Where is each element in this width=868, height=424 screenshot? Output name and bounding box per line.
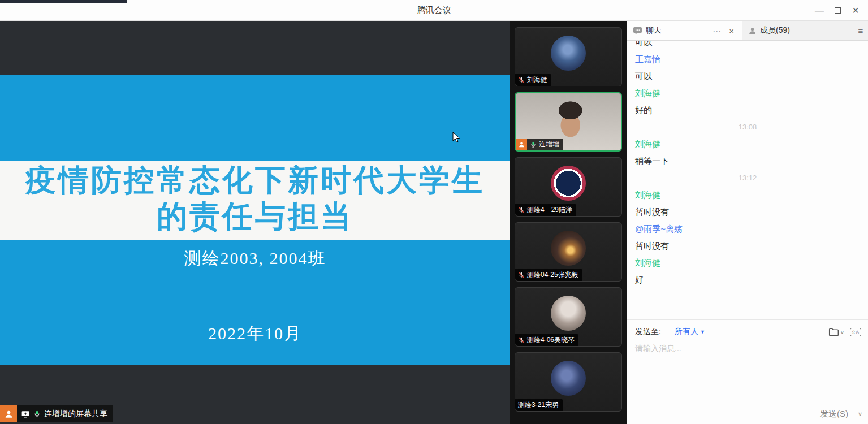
close-button[interactable]: × (847, 2, 865, 19)
divider (853, 410, 853, 419)
send-to-value: 所有人 (675, 327, 698, 337)
participant-name: 测绘04-25张兆毅 (527, 270, 578, 280)
minimize-icon: — (815, 6, 824, 16)
tab-members-label: 成员(59) (760, 25, 790, 36)
close-icon: × (852, 4, 859, 17)
message-input[interactable]: 请输入消息... (627, 337, 868, 361)
title-bar: 腾讯会议 — × (0, 0, 868, 21)
close-icon: × (729, 26, 734, 36)
more-icon: ··· (712, 26, 721, 36)
chevron-down-icon: ∨ (858, 410, 862, 417)
mic-muted-icon (518, 271, 525, 279)
slide-top-band (0, 75, 510, 161)
mic-muted-icon (518, 76, 525, 84)
participant-strip: 刘海健 连增增 (510, 21, 627, 424)
main-area: 疫情防控常态化下新时代大学生 的责任与担当 测绘2003, 2004班 2022… (0, 21, 868, 424)
chat-message: 好 (635, 271, 868, 288)
screen-share-icon (21, 410, 30, 418)
chat-close-button[interactable]: × (727, 26, 736, 36)
participant-name: 测绘4—29陆洋 (527, 205, 572, 215)
window-title: 腾讯会议 (0, 5, 868, 16)
slide-subtitle: 测绘2003, 2004班 (0, 240, 510, 270)
shared-screen-area: 疫情防控常态化下新时代大学生 的责任与担当 测绘2003, 2004班 2022… (0, 21, 510, 424)
avatar (551, 361, 586, 396)
chat-message: 好的 (635, 102, 868, 119)
chat-composer: 发送至: 所有人 ▼ ∨ 公告 请输入消息... 发送(S (627, 319, 868, 424)
chat-message: 可以 (635, 41, 868, 51)
avatar (551, 36, 586, 71)
sidebar-tab-bar: 聊天 ··· × 成员(59) ≡ (627, 21, 868, 41)
participant-name: 刘海健 (527, 75, 547, 85)
host-badge-icon (516, 139, 527, 150)
tab-members[interactable]: 成员(59) (742, 21, 853, 40)
slide-title-line1: 疫情防控常态化下新时代大学生 (0, 162, 510, 198)
mic-on-icon (530, 141, 537, 148)
chat-sender-name[interactable]: 刘海健 (635, 85, 868, 102)
chat-sender-name[interactable]: 刘海健 (635, 136, 868, 153)
participant-tile[interactable]: 测绘3-21宋勇 (515, 352, 622, 412)
chat-timestamp: 13:08 (635, 119, 868, 136)
participant-tile-speaking[interactable]: 连增增 (515, 92, 622, 152)
announcement-button[interactable]: 公告 (850, 328, 861, 336)
background-window-edge (0, 0, 127, 3)
member-icon (748, 27, 757, 35)
panel-menu-button[interactable]: ≡ (853, 21, 868, 40)
mic-on-icon (33, 410, 41, 418)
chat-message: 稍等一下 (635, 153, 868, 170)
chat-sender-name[interactable]: 刘海健 (635, 254, 868, 271)
chat-sender-name[interactable]: 王嘉怡 (635, 51, 868, 68)
screen-share-pill: 连增增的屏幕共享 (17, 405, 113, 422)
slide-bottom-band: 测绘2003, 2004班 2022年10月 (0, 240, 510, 365)
send-to-label: 发送至: (635, 327, 661, 337)
avatar (551, 296, 586, 331)
mic-muted-icon (518, 336, 525, 344)
participant-tile[interactable]: 刘海健 (515, 27, 622, 86)
participant-tile[interactable]: 测绘4—29陆洋 (515, 157, 622, 217)
screen-share-status: 连增增的屏幕共享 (0, 405, 113, 422)
avatar (551, 231, 586, 266)
participant-name: 连增增 (539, 140, 559, 149)
tencent-meeting-window: 腾讯会议 — × 疫情防控常态化下新时代大学生 的责任与担当 测绘2003, 2… (0, 0, 868, 424)
participant-tile[interactable]: 测绘4-06吴晓琴 (515, 287, 622, 347)
chat-more-button[interactable]: ··· (710, 26, 723, 36)
mic-muted-icon (518, 206, 525, 214)
minimize-button[interactable]: — (810, 2, 828, 19)
chat-message-list[interactable]: 可以 王嘉怡 可以 刘海健 好的 13:08 刘海健 稍等一下 13:12 刘海… (627, 41, 868, 319)
host-badge-icon (0, 405, 17, 422)
maximize-button[interactable] (828, 2, 847, 19)
file-transfer-button[interactable]: ∨ (828, 327, 844, 337)
window-controls: — × (810, 0, 865, 21)
participant-tile[interactable]: 测绘04-25张兆毅 (515, 222, 622, 282)
participant-name: 测绘3-21宋勇 (518, 400, 559, 410)
maximize-icon (835, 7, 841, 14)
chat-sender-name[interactable]: 刘海健 (635, 187, 868, 204)
send-to-dropdown[interactable]: 所有人 ▼ (675, 327, 705, 337)
chat-message: 暂时没有 (635, 237, 868, 254)
screen-share-label: 连增增的屏幕共享 (44, 409, 107, 419)
presentation-slide: 疫情防控常态化下新时代大学生 的责任与担当 测绘2003, 2004班 2022… (0, 75, 510, 365)
slide-date: 2022年10月 (0, 322, 510, 345)
chat-message: 暂时没有 (635, 204, 868, 220)
slide-title-line2: 的责任与担当 (0, 198, 510, 235)
avatar (551, 166, 586, 201)
tab-chat-label: 聊天 (646, 25, 662, 36)
participant-name: 测绘4-06吴晓琴 (527, 335, 575, 345)
mouse-cursor (452, 132, 460, 143)
chevron-down-icon: ∨ (840, 329, 844, 335)
send-options-button[interactable]: ∨ (858, 410, 862, 418)
dropdown-arrow-icon: ▼ (700, 329, 705, 335)
send-button[interactable]: 发送(S) (820, 409, 848, 419)
slide-title-band: 疫情防控常态化下新时代大学生 的责任与担当 (0, 161, 510, 240)
chat-panel: 聊天 ··· × 成员(59) ≡ 可以 王嘉怡 (627, 21, 868, 424)
chat-message: 可以 (635, 68, 868, 85)
hamburger-icon: ≡ (858, 26, 863, 36)
chat-sender-name[interactable]: @雨季~离殇 (635, 220, 868, 237)
chat-bubble-icon (633, 27, 642, 35)
tab-chat[interactable]: 聊天 ··· × (627, 21, 742, 40)
chat-timestamp: 13:12 (635, 170, 868, 187)
